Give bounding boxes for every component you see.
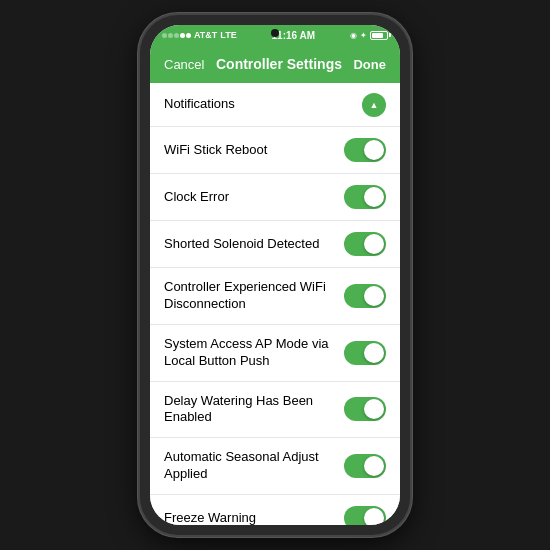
shorted-solenoid-toggle[interactable] bbox=[344, 232, 386, 256]
freeze-warning-toggle[interactable] bbox=[344, 506, 386, 525]
clock-error-toggle[interactable] bbox=[344, 185, 386, 209]
location-icon: ◉ bbox=[350, 31, 357, 40]
page-title: Controller Settings bbox=[216, 56, 342, 72]
wifi-disconnection-label: Controller Experienced WiFi Disconnectio… bbox=[164, 279, 344, 313]
seasonal-adjust-row: Automatic Seasonal Adjust Applied bbox=[150, 438, 400, 495]
signal-dot-2 bbox=[168, 33, 173, 38]
battery-icon bbox=[370, 31, 388, 40]
phone-frame: AT&T LTE 11:16 AM ◉ ✦ Cancel Controller … bbox=[140, 15, 410, 535]
camera bbox=[271, 29, 279, 37]
clock-error-label: Clock Error bbox=[164, 189, 344, 206]
ap-mode-row: System Access AP Mode via Local Button P… bbox=[150, 325, 400, 382]
notifications-row[interactable]: Notifications bbox=[150, 83, 400, 127]
wifi-stick-reboot-row: WiFi Stick Reboot bbox=[150, 127, 400, 174]
nav-bar: Cancel Controller Settings Done bbox=[150, 45, 400, 83]
done-button[interactable]: Done bbox=[353, 57, 386, 72]
freeze-warning-label: Freeze Warning bbox=[164, 510, 344, 525]
clock-error-row: Clock Error bbox=[150, 174, 400, 221]
chevron-up-icon[interactable] bbox=[362, 93, 386, 117]
delay-watering-toggle[interactable] bbox=[344, 397, 386, 421]
cancel-button[interactable]: Cancel bbox=[164, 57, 204, 72]
seasonal-adjust-toggle[interactable] bbox=[344, 454, 386, 478]
signal-bars bbox=[162, 33, 191, 38]
freeze-warning-row: Freeze Warning bbox=[150, 495, 400, 525]
signal-dot-5 bbox=[186, 33, 191, 38]
delay-watering-label: Delay Watering Has Been Enabled bbox=[164, 393, 344, 427]
status-left: AT&T LTE bbox=[162, 30, 237, 40]
shorted-solenoid-row: Shorted Solenoid Detected bbox=[150, 221, 400, 268]
battery-fill bbox=[372, 33, 383, 38]
ap-mode-label: System Access AP Mode via Local Button P… bbox=[164, 336, 344, 370]
status-right: ◉ ✦ bbox=[350, 31, 388, 40]
bluetooth-icon: ✦ bbox=[360, 31, 367, 40]
seasonal-adjust-label: Automatic Seasonal Adjust Applied bbox=[164, 449, 344, 483]
network-label: LTE bbox=[220, 30, 236, 40]
signal-dot-3 bbox=[174, 33, 179, 38]
phone-screen: AT&T LTE 11:16 AM ◉ ✦ Cancel Controller … bbox=[150, 25, 400, 525]
delay-watering-row: Delay Watering Has Been Enabled bbox=[150, 382, 400, 439]
carrier-label: AT&T bbox=[194, 30, 217, 40]
shorted-solenoid-label: Shorted Solenoid Detected bbox=[164, 236, 344, 253]
notifications-label: Notifications bbox=[164, 96, 362, 113]
wifi-disconnection-toggle[interactable] bbox=[344, 284, 386, 308]
ap-mode-toggle[interactable] bbox=[344, 341, 386, 365]
wifi-stick-reboot-label: WiFi Stick Reboot bbox=[164, 142, 344, 159]
wifi-stick-reboot-toggle[interactable] bbox=[344, 138, 386, 162]
wifi-disconnection-row: Controller Experienced WiFi Disconnectio… bbox=[150, 268, 400, 325]
signal-dot-1 bbox=[162, 33, 167, 38]
signal-dot-4 bbox=[180, 33, 185, 38]
settings-content: Notifications WiFi Stick Reboot Clock Er… bbox=[150, 83, 400, 525]
